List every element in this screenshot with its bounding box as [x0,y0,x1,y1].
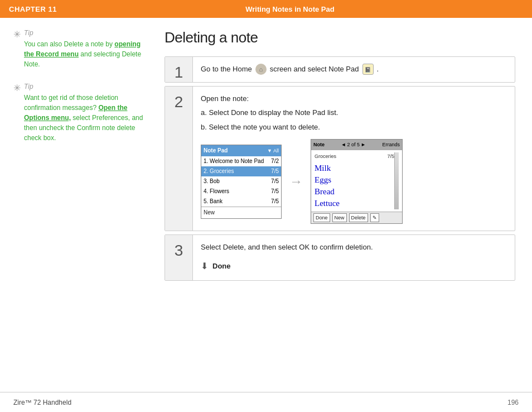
note-category: Errands [382,141,400,148]
notepad-row-4-name: 4. Flowers [204,187,229,196]
notepad-row-4: 4. Flowers 7/5 [201,186,281,197]
step-2-intro: Open the note: [201,93,507,105]
tip-text-1: You can also Delete a note by opening th… [24,39,148,69]
step-1-text-c: . [377,64,379,75]
notepad-icon: 📓 [362,64,374,75]
notepad-row-3-date: 7/5 [271,177,279,186]
chapter-title: Writing Notes in Note Pad [57,5,523,13]
notepad-row-3-name: 3. Bob [204,177,220,186]
step-number-3: 3 [165,235,193,280]
notepad-filter: ▼ All [267,147,279,155]
step-2-content: Open the note: a. Select Done to display… [193,87,515,231]
sidebar: ✳ Tip You can also Delete a note by open… [0,29,159,392]
notepad-row-2[interactable]: 2. Groceries 7/5 [201,166,281,176]
note-delete-button[interactable]: Delete [349,213,368,222]
note-detail-mock: Note ◄ 2 of 5 ► Errands Grocerie [311,139,403,224]
note-position: 2 of 5 [347,141,360,148]
tip-text-2: Want to get rid of those deletion confir… [24,93,148,143]
step-number-1: 1 [165,57,193,82]
note-info-date: 7/5 [387,152,394,160]
header: CHAPTER 11 Writing Notes in Note Pad [0,0,532,18]
step-2-sub: a. Select Done to display the Note Pad l… [201,107,507,134]
step-1-content: Go to the Home ⌂ screen and select Note … [193,57,515,82]
note-detail-footer: Done New Delete ✎ [311,212,402,223]
note-done-button[interactable]: Done [313,213,330,222]
note-info-name: Groceries [315,152,336,160]
tip-2: ✳ Tip Want to get rid of those deletion … [13,83,148,143]
arrow-icon: → [289,171,303,192]
content-area: Deleting a note 1 Go to the Home ⌂ scree… [159,29,532,392]
note-detail-header: Note ◄ 2 of 5 ► Errands [311,140,402,150]
note-new-button[interactable]: New [332,213,347,222]
notepad-row-1-name: 1. Welcome to Note Pad [204,157,264,166]
step-3-text: Select Delete, and then select OK to con… [201,242,507,253]
step-3: 3 Select Delete, and then select OK to c… [165,234,515,280]
page-heading: Deleting a note [165,29,515,46]
footer: Zire™ 72 Handheld 196 [0,392,532,412]
note-prev[interactable]: ◄ [341,141,346,148]
notepad-row-5: 5. Bank 7/5 [201,197,281,207]
home-icon: ⌂ [255,64,267,75]
notepad-row-4-date: 7/5 [271,187,279,196]
step-1-text: Go to the Home ⌂ screen and select Note … [201,64,507,75]
notepad-row-1-date: 7/2 [271,157,279,166]
note-detail-info: Groceries 7/5 [315,152,394,160]
notepad-footer: New [201,207,281,218]
tip-label-2: Tip [24,83,148,90]
note-next[interactable]: ► [361,141,366,148]
note-nav: ◄ 2 of 5 ► [341,141,366,148]
tip-star-icon-2: ✳ [13,83,21,143]
chapter-label: CHAPTER 11 [9,5,57,13]
notepad-list-title: Note Pad [204,146,228,155]
step-2: 2 Open the note: a. Select Done to displ… [165,86,515,232]
note-detail-title: Note [313,141,325,148]
step-2-sub-b: b. Select the note you want to delete. [201,122,507,133]
done-arrow-icon: ⬇ [201,259,208,274]
tip-star-icon: ✳ [13,29,21,69]
step-1: 1 Go to the Home ⌂ screen and select Not… [165,56,515,83]
notepad-list-header: Note Pad ▼ All [201,145,281,156]
step-3-content: Select Delete, and then select OK to con… [193,235,515,280]
notepad-row-5-name: 5. Bank [204,197,223,206]
record-menu-link[interactable]: opening the Record menu [24,40,141,58]
scrollbar[interactable] [394,152,399,209]
footer-page: 196 [507,399,519,406]
done-label: Done [212,261,231,272]
step-1-text-a: Go to the Home [201,64,252,75]
notepad-row-1: 1. Welcome to Note Pad 7/2 [201,156,281,166]
notepad-row-2-date: 7/5 [271,167,279,176]
note-edit-button[interactable]: ✎ [370,213,379,222]
notepad-row-5-date: 7/5 [271,197,279,206]
notepad-row-2-name: 2. Groceries [204,167,234,176]
done-section: ⬇ Done [201,259,507,274]
step-2-sub-a: a. Select Done to display the Note Pad l… [201,107,507,119]
notepad-list-mock: Note Pad ▼ All 1. Welcome to Note Pad 7/… [201,145,282,219]
notepad-new-button[interactable]: New [204,209,215,215]
step-number-2: 2 [165,87,193,231]
main-content: ✳ Tip You can also Delete a note by open… [0,18,532,392]
options-menu-link[interactable]: Open the Options menu, [24,104,127,122]
step-1-text-b: screen and select Note Pad [270,64,359,75]
tip-1: ✳ Tip You can also Delete a note by open… [13,29,148,69]
note-handwriting: MilkEggsBreadLettuce [315,162,394,209]
tip-label-1: Tip [24,29,148,37]
footer-brand: Zire™ 72 Handheld [13,399,71,406]
note-detail-body: Groceries 7/5 MilkEggsBreadLettuce [311,150,402,212]
step-2-images: Note Pad ▼ All 1. Welcome to Note Pad 7/… [201,139,507,224]
notepad-row-3: 3. Bob 7/5 [201,176,281,186]
